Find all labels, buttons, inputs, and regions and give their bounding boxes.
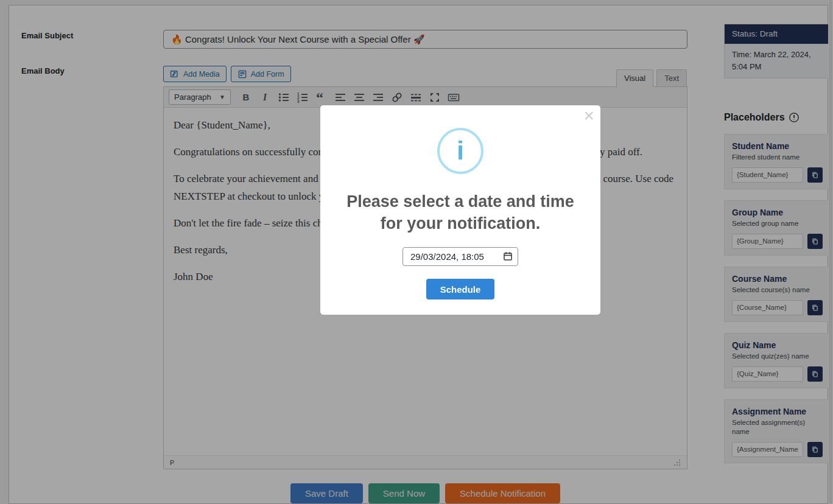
datetime-input[interactable] [402,247,518,266]
info-icon: i [437,128,483,174]
schedule-button[interactable]: Schedule [426,279,495,299]
modal-title: Please select a date and time for your n… [345,191,576,234]
calendar-icon[interactable] [503,251,513,261]
info-icon-glyph: i [457,138,464,164]
schedule-modal: × i Please select a date and time for yo… [320,105,600,315]
close-icon[interactable]: × [583,107,594,125]
